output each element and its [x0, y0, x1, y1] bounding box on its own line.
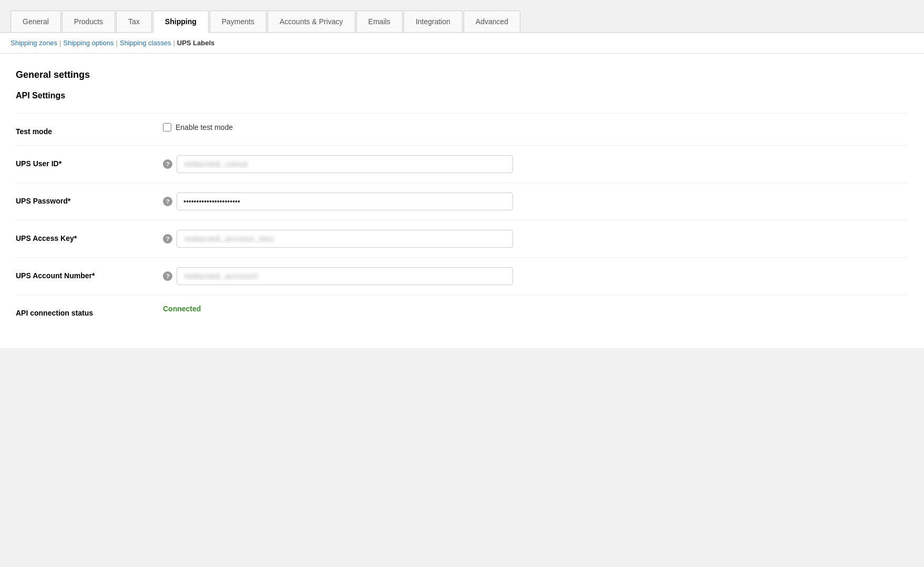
separator-2: | — [116, 39, 117, 47]
tab-tax[interactable]: Tax — [116, 11, 152, 32]
api-connection-status-value: Connected — [163, 305, 201, 313]
ups-user-id-control: ? — [163, 155, 908, 173]
test-mode-checkbox-row: Enable test mode — [163, 123, 233, 131]
tab-bar: General Products Tax Shipping Payments A… — [0, 0, 924, 33]
tab-emails[interactable]: Emails — [356, 11, 403, 32]
ups-account-number-row: UPS Account Number* ? — [16, 257, 908, 295]
subnav-shipping-options[interactable]: Shipping options — [63, 39, 114, 47]
ups-access-key-label: UPS Access Key* — [16, 230, 163, 242]
tab-shipping[interactable]: Shipping — [153, 11, 209, 33]
ups-password-row: UPS Password* ? — [16, 183, 908, 220]
test-mode-checkbox-label: Enable test mode — [176, 123, 233, 131]
ups-account-number-label: UPS Account Number* — [16, 267, 163, 280]
subnav-shipping-classes[interactable]: Shipping classes — [120, 39, 171, 47]
ups-password-help-icon[interactable]: ? — [163, 197, 172, 206]
ups-access-key-control: ? — [163, 230, 908, 248]
page-wrapper: General Products Tax Shipping Payments A… — [0, 0, 924, 567]
separator-1: | — [59, 39, 61, 47]
test-mode-checkbox[interactable] — [163, 123, 171, 131]
ups-password-label: UPS Password* — [16, 193, 163, 205]
test-mode-label: Test mode — [16, 123, 163, 136]
ups-user-id-help-icon[interactable]: ? — [163, 159, 172, 169]
general-settings-title: General settings — [16, 69, 908, 80]
ups-access-key-input[interactable] — [177, 230, 513, 248]
ups-account-number-help-icon[interactable]: ? — [163, 271, 172, 281]
separator-3: | — [173, 39, 174, 47]
test-mode-control: Enable test mode — [163, 123, 908, 131]
api-connection-status-label: API connection status — [16, 305, 163, 317]
ups-user-id-label: UPS User ID* — [16, 155, 163, 168]
test-mode-row: Test mode Enable test mode — [16, 113, 908, 145]
ups-password-control: ? — [163, 193, 908, 210]
tab-payments[interactable]: Payments — [210, 11, 266, 32]
subnav-ups-labels: UPS Labels — [177, 39, 215, 47]
tab-integration[interactable]: Integration — [404, 11, 463, 32]
ups-access-key-row: UPS Access Key* ? — [16, 220, 908, 257]
ups-user-id-input[interactable] — [177, 155, 513, 173]
ups-account-number-control: ? — [163, 267, 908, 285]
api-connection-status-row: API connection status Connected — [16, 295, 908, 327]
ups-account-number-input[interactable] — [177, 267, 513, 285]
main-content: General settings API Settings Test mode … — [0, 54, 924, 348]
ups-password-input[interactable] — [177, 193, 513, 210]
tab-products[interactable]: Products — [62, 11, 115, 32]
sub-nav: Shipping zones | Shipping options | Ship… — [0, 33, 924, 54]
api-settings-title: API Settings — [16, 91, 908, 100]
tab-accounts-privacy[interactable]: Accounts & Privacy — [268, 11, 355, 32]
subnav-shipping-zones[interactable]: Shipping zones — [11, 39, 57, 47]
ups-access-key-help-icon[interactable]: ? — [163, 234, 172, 244]
api-connection-status-control: Connected — [163, 305, 908, 313]
ups-user-id-row: UPS User ID* ? — [16, 145, 908, 183]
tab-general[interactable]: General — [11, 11, 61, 32]
tab-advanced[interactable]: Advanced — [464, 11, 520, 32]
